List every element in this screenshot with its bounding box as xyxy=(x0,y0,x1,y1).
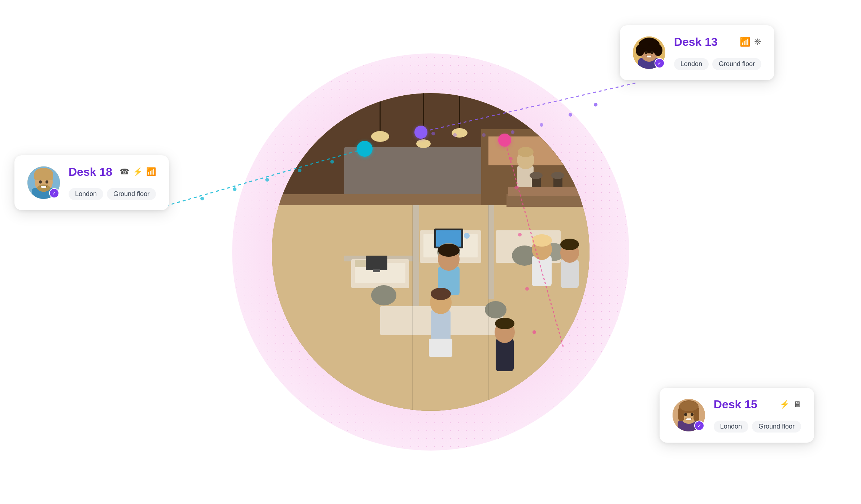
desk-18-info: Desk 18 ☎ ⚡ 📶 London Ground floor xyxy=(69,165,156,200)
svg-point-111 xyxy=(679,401,698,411)
svg-rect-20 xyxy=(373,269,380,272)
svg-rect-36 xyxy=(532,256,552,286)
desk-13-card: ✓ Desk 13 📶 ❈ London Ground floor xyxy=(620,25,774,80)
svg-rect-26 xyxy=(380,306,438,335)
svg-point-112 xyxy=(684,413,687,416)
desk-18-card: ✓ Desk 18 ☎ ⚡ 📶 London Ground floor xyxy=(14,155,169,210)
desk-15-floor-tag: Ground floor xyxy=(752,421,801,433)
svg-rect-57 xyxy=(508,187,588,196)
svg-point-35 xyxy=(438,244,460,257)
svg-rect-16 xyxy=(488,205,494,299)
desk-18-location-tag: London xyxy=(69,188,103,200)
desk-13-tags: London Ground floor xyxy=(674,58,761,70)
svg-rect-46 xyxy=(496,339,514,371)
cursor-icon: ❈ xyxy=(754,37,761,47)
desk-13-icons: 📶 ❈ xyxy=(740,37,761,47)
svg-point-28 xyxy=(371,285,396,305)
wifi-icon2: 📶 xyxy=(146,167,156,177)
desk-18-tags: London Ground floor xyxy=(69,188,156,200)
desk-15-check: ✓ xyxy=(694,421,704,431)
desk-18-avatar-wrapper: ✓ xyxy=(27,166,60,199)
svg-rect-114 xyxy=(686,418,691,420)
desk-13-floor-tag: Ground floor xyxy=(712,58,761,70)
office-photo xyxy=(272,93,590,411)
desk-13-title: Desk 13 xyxy=(674,35,718,49)
svg-point-73 xyxy=(233,187,236,191)
svg-rect-103 xyxy=(41,186,46,188)
svg-point-72 xyxy=(200,197,204,200)
svg-rect-19 xyxy=(366,256,387,270)
svg-rect-56 xyxy=(506,194,590,207)
plug-icon2: ⚡ xyxy=(780,400,790,409)
svg-point-7 xyxy=(371,131,389,142)
svg-point-48 xyxy=(495,318,514,329)
svg-rect-39 xyxy=(561,259,579,288)
svg-rect-99 xyxy=(34,173,53,180)
svg-point-100 xyxy=(37,184,50,192)
desk-13-avatar-wrapper: ✓ xyxy=(633,36,665,69)
svg-point-59 xyxy=(464,233,470,239)
desk-15-info: Desk 15 ⚡ 🖥 London Ground floor xyxy=(714,398,801,433)
cyan-dot xyxy=(357,141,373,157)
svg-point-101 xyxy=(39,181,42,184)
svg-point-89 xyxy=(639,40,649,49)
desk-15-card: ✓ Desk 15 ⚡ 🖥 London Ground floor xyxy=(660,388,814,443)
svg-rect-58 xyxy=(355,260,366,267)
svg-rect-45 xyxy=(429,339,452,357)
svg-point-90 xyxy=(649,40,660,49)
svg-point-51 xyxy=(518,147,534,157)
desk-15-location-tag: London xyxy=(714,421,748,433)
monitor-icon: 🖥 xyxy=(793,400,801,409)
desk-13-location-tag: London xyxy=(674,58,709,70)
svg-point-102 xyxy=(45,181,48,184)
desk-15-avatar-wrapper: ✓ xyxy=(673,399,705,431)
svg-point-44 xyxy=(431,288,451,300)
svg-point-53 xyxy=(530,172,543,179)
svg-point-65 xyxy=(594,103,597,107)
desk-18-check: ✓ xyxy=(49,188,59,198)
svg-rect-93 xyxy=(647,56,651,57)
wifi-icon: 📶 xyxy=(740,37,751,47)
desk-15-title: Desk 15 xyxy=(714,398,757,411)
plug-icon: ⚡ xyxy=(133,167,143,177)
svg-point-11 xyxy=(452,128,468,138)
pink-dot xyxy=(498,134,511,147)
svg-point-91 xyxy=(645,51,648,54)
desk-18-floor-tag: Ground floor xyxy=(107,188,156,200)
svg-point-92 xyxy=(651,51,653,54)
desk-15-icons: ⚡ 🖥 xyxy=(780,400,801,409)
phone-icon: ☎ xyxy=(119,167,129,177)
desk-18-title: Desk 18 xyxy=(69,165,112,179)
svg-point-55 xyxy=(551,172,564,179)
purple-dot xyxy=(414,126,427,139)
desk-13-check: ✓ xyxy=(655,58,665,68)
svg-point-41 xyxy=(560,239,579,250)
desk-18-icons: ☎ ⚡ 📶 xyxy=(119,167,156,177)
desk-13-info: Desk 13 📶 ❈ London Ground floor xyxy=(674,35,761,70)
svg-point-38 xyxy=(532,234,552,247)
desk-15-tags: London Ground floor xyxy=(714,421,801,433)
svg-point-9 xyxy=(416,139,431,148)
svg-point-113 xyxy=(691,413,693,416)
